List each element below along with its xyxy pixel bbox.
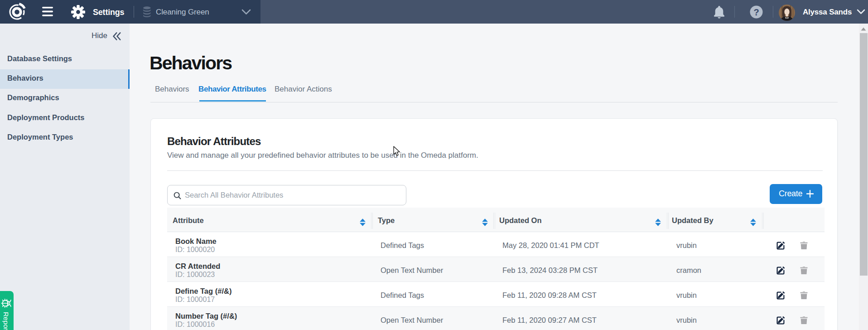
svg-text:?: ? [753, 7, 759, 17]
